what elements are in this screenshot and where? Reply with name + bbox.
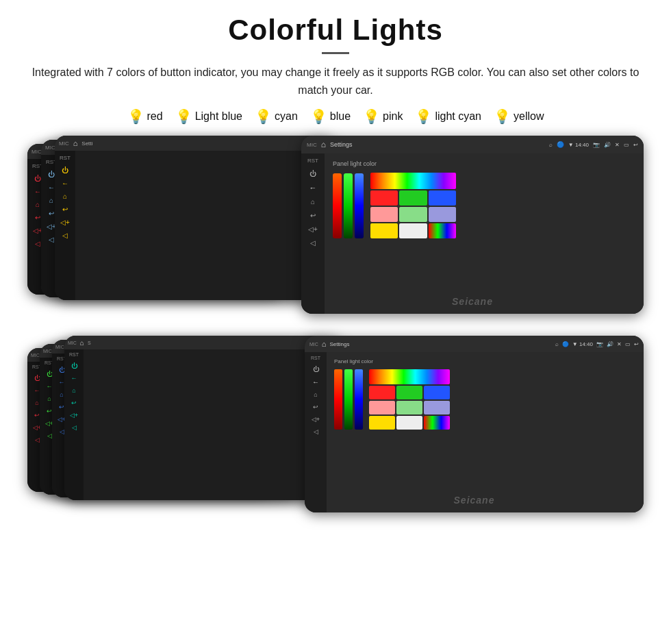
b-color-lightblue[interactable] [424, 401, 450, 414]
watermark-bottom: Seicane [454, 495, 495, 506]
color-cell-blue[interactable] [429, 190, 456, 206]
color-cell-multi[interactable] [429, 223, 456, 238]
top-device-card-3: MIC ⌂ Setti RST ⏻ ← ⌂ ↩ ◁+ ◁ [55, 136, 336, 300]
bottom-panel-label: Panel light color [334, 358, 636, 364]
panel-light-label: Panel light color [333, 160, 635, 167]
green-slider[interactable] [344, 173, 353, 238]
bottom-red-slider[interactable] [334, 369, 342, 430]
color-label-pink: pink [383, 110, 403, 123]
color-item-lightcyan: 💡 light cyan [415, 108, 481, 125]
page-wrapper: Colorful Lights Integrated with 7 colors… [0, 0, 671, 539]
rainbow-bar-top [370, 173, 456, 189]
bottom-devices-row: MIC ⌂ S RST ⏻ ← ⌂ ↩ ◁+ ◁ [21, 336, 650, 524]
color-legend: 💡 red 💡 Light blue 💡 cyan 💡 blue 💡 pink … [21, 108, 650, 125]
bottom-blue-slider[interactable] [355, 369, 363, 430]
color-item-pink: 💡 pink [363, 108, 403, 125]
bottom-device-main: MIC ⌂ Settings ⌕ 🔵 ▼ 14:40 📷 🔊 ✕ ▭ ↩ RST… [305, 336, 644, 512]
color-label-lightblue: Light blue [195, 110, 242, 123]
color-item-blue: 💡 blue [310, 108, 351, 125]
color-label-red: red [147, 110, 163, 123]
color-item-lightblue: 💡 Light blue [175, 108, 242, 125]
page-title: Colorful Lights [21, 14, 650, 47]
color-item-red: 💡 red [127, 108, 163, 125]
red-slider[interactable] [333, 173, 342, 238]
title-divider [322, 52, 349, 54]
description-text: Integrated with 7 colors of button indic… [27, 64, 644, 99]
bulb-pink-icon: 💡 [363, 108, 380, 125]
color-cell-lightblue[interactable] [429, 207, 456, 222]
bulb-blue-icon: 💡 [310, 108, 327, 125]
color-item-cyan: 💡 cyan [255, 108, 298, 125]
top-devices-row: MIC ⌂ Setti RST ⏻ ← ⌂ ↩ ◁+ ◁ [21, 136, 650, 327]
color-item-yellow: 💡 yellow [494, 108, 544, 125]
b-color-yellow[interactable] [369, 416, 395, 430]
color-cell-lightgreen[interactable] [399, 207, 427, 222]
color-label-yellow: yellow [514, 110, 544, 123]
bulb-yellow-icon: 💡 [494, 108, 511, 125]
b-color-multi[interactable] [424, 416, 450, 430]
top-stacked-group: MIC ⌂ Setti RST ⏻ ← ⌂ ↩ ◁+ ◁ [27, 136, 644, 327]
blue-slider[interactable] [355, 173, 364, 238]
b-color-pink[interactable] [369, 401, 395, 414]
b-color-lightgreen[interactable] [396, 401, 422, 414]
b-color-red[interactable] [369, 386, 395, 399]
bottom-rainbow-bar [369, 369, 450, 384]
top-device-main: MIC ⌂ Settings ⌕ 🔵 ▼ 14:40 📷 🔊 ✕ ▭ ↩ RST… [301, 136, 644, 314]
bottom-device-card-4: MIC ⌂ S RST ⏻ ← ⌂ ↩ ◁+ ◁ [64, 336, 342, 500]
color-label-cyan: cyan [275, 110, 298, 123]
bottom-stacked-group: MIC ⌂ S RST ⏻ ← ⌂ ↩ ◁+ ◁ [27, 336, 644, 524]
b-color-blue[interactable] [424, 386, 450, 399]
color-cell-white[interactable] [399, 223, 427, 238]
bulb-red-icon: 💡 [127, 108, 144, 125]
color-label-lightcyan: light cyan [435, 110, 481, 123]
color-label-blue: blue [330, 110, 351, 123]
color-cell-green[interactable] [399, 190, 427, 206]
watermark-top: Seicane [452, 296, 493, 307]
color-cell-red[interactable] [370, 190, 398, 206]
b-color-green[interactable] [396, 386, 422, 399]
b-color-white[interactable] [396, 416, 422, 430]
bulb-lightcyan-icon: 💡 [415, 108, 432, 125]
bottom-green-slider[interactable] [344, 369, 353, 430]
bulb-cyan-icon: 💡 [255, 108, 272, 125]
bulb-lightblue-icon: 💡 [175, 108, 192, 125]
color-cell-yellow[interactable] [370, 223, 398, 238]
color-cell-pink[interactable] [370, 207, 398, 222]
